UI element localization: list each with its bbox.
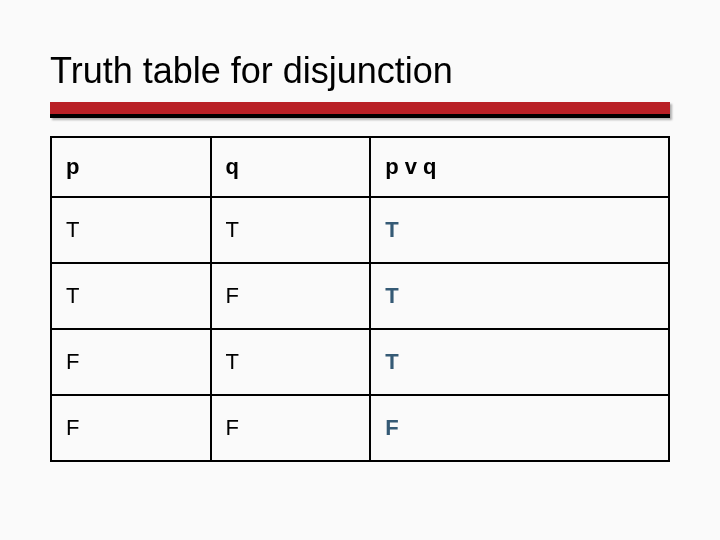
table-header-row: p q p v q [51, 137, 669, 197]
cell-result: F [370, 395, 669, 461]
truth-table: p q p v q T T T T F T F T T F F F [50, 136, 670, 462]
column-header-result: p v q [370, 137, 669, 197]
cell-result: T [370, 263, 669, 329]
divider-black-bar [50, 114, 670, 118]
table-row: F F F [51, 395, 669, 461]
cell-q: F [211, 395, 371, 461]
cell-p: F [51, 395, 211, 461]
cell-result: T [370, 329, 669, 395]
table-row: F T T [51, 329, 669, 395]
cell-p: T [51, 197, 211, 263]
column-header-q: q [211, 137, 371, 197]
cell-q: T [211, 329, 371, 395]
cell-result: T [370, 197, 669, 263]
cell-p: F [51, 329, 211, 395]
page-title: Truth table for disjunction [50, 50, 670, 92]
cell-p: T [51, 263, 211, 329]
table-row: T F T [51, 263, 669, 329]
cell-q: F [211, 263, 371, 329]
title-divider [50, 102, 670, 118]
cell-q: T [211, 197, 371, 263]
column-header-p: p [51, 137, 211, 197]
divider-red-bar [50, 102, 670, 114]
table-row: T T T [51, 197, 669, 263]
